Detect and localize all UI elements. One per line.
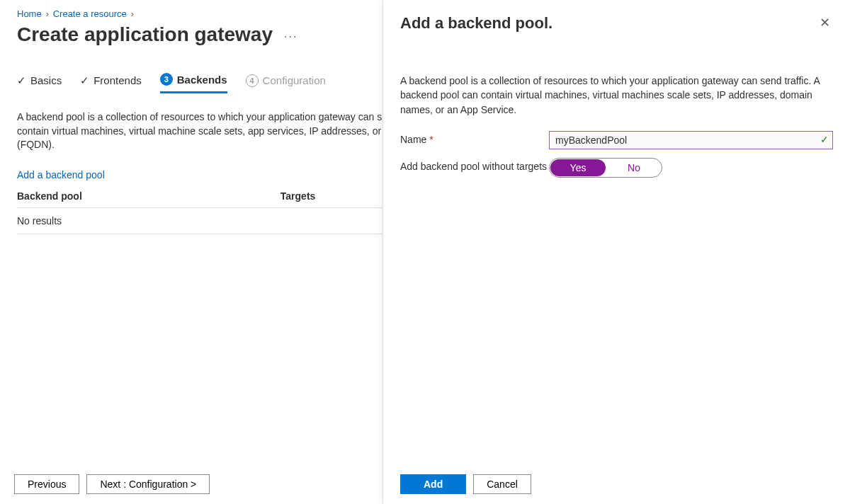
previous-button[interactable]: Previous xyxy=(14,474,79,494)
valid-check-icon: ✓ xyxy=(820,134,829,145)
required-indicator: * xyxy=(429,134,433,145)
more-actions-icon[interactable]: ··· xyxy=(284,26,298,43)
check-icon: ✓ xyxy=(17,74,26,87)
col-backend-pool: Backend pool xyxy=(17,190,82,202)
panel-description: A backend pool is a collection of resour… xyxy=(400,74,833,117)
panel-title: Add a backend pool. xyxy=(400,14,552,33)
breadcrumb-create-resource[interactable]: Create a resource xyxy=(53,8,127,19)
close-icon[interactable]: ✕ xyxy=(816,14,833,31)
check-icon: ✓ xyxy=(80,74,89,87)
add-button[interactable]: Add xyxy=(400,474,466,494)
step-number-icon: 4 xyxy=(246,74,259,87)
add-backend-pool-panel: Add a backend pool. ✕ A backend pool is … xyxy=(382,0,850,504)
col-targets: Targets xyxy=(280,190,316,202)
toggle-yes[interactable]: Yes xyxy=(550,159,606,176)
tab-label: Frontends xyxy=(94,74,142,86)
chevron-right-icon: › xyxy=(46,9,49,19)
toggle-no[interactable]: No xyxy=(606,159,662,177)
without-targets-label: Add backend pool without targets xyxy=(400,158,549,172)
tab-frontends[interactable]: ✓ Frontends xyxy=(80,73,142,93)
breadcrumb-home[interactable]: Home xyxy=(17,8,42,19)
cancel-button[interactable]: Cancel xyxy=(473,474,531,494)
step-number-icon: 3 xyxy=(160,73,173,86)
add-backend-pool-link[interactable]: Add a backend pool xyxy=(17,169,105,181)
tab-label: Backends xyxy=(177,74,227,86)
chevron-right-icon: › xyxy=(131,9,134,19)
page-title: Create application gateway xyxy=(17,23,273,46)
tab-backends[interactable]: 3 Backends xyxy=(160,73,227,93)
tab-basics[interactable]: ✓ Basics xyxy=(17,73,62,93)
name-label: Name * xyxy=(400,131,549,145)
next-button[interactable]: Next : Configuration > xyxy=(86,474,210,494)
tab-configuration: 4 Configuration xyxy=(246,73,326,93)
without-targets-toggle[interactable]: Yes No xyxy=(549,158,662,178)
tab-label: Configuration xyxy=(263,74,326,86)
name-field[interactable] xyxy=(549,131,833,149)
tab-label: Basics xyxy=(30,74,62,86)
